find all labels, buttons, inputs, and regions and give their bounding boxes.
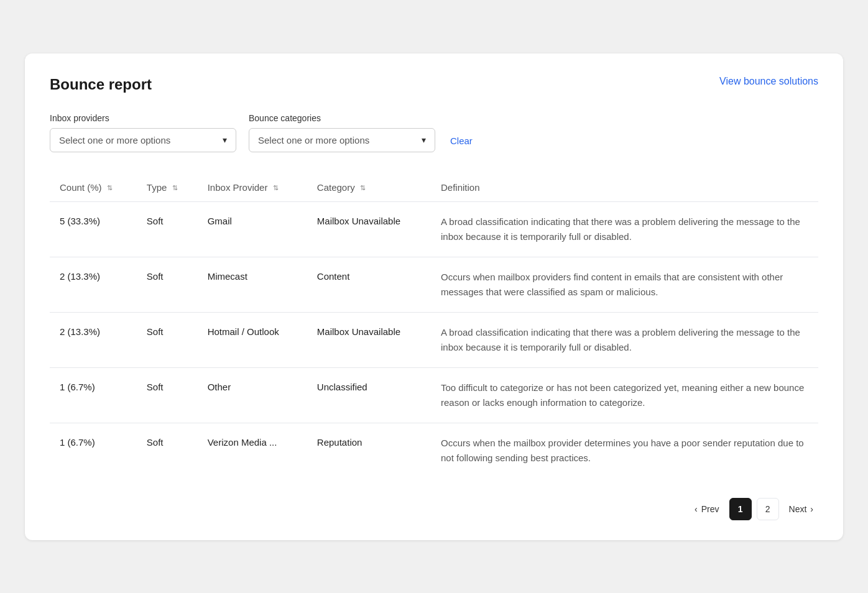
- cell-category-2: Mailbox Unavailable: [307, 312, 431, 367]
- cell-count-2: 2 (13.3%): [50, 312, 137, 367]
- arrow-left-icon: ‹: [695, 504, 698, 514]
- col-count-sort-icon: ⇅: [107, 184, 113, 192]
- cell-type-2: Soft: [137, 312, 198, 367]
- cell-category-3: Unclassified: [307, 367, 431, 423]
- table-row: 1 (6.7%) Soft Other Unclassified Too dif…: [50, 367, 818, 423]
- table-row: 2 (13.3%) Soft Hotmail / Outlook Mailbox…: [50, 312, 818, 367]
- col-type-sort-icon: ⇅: [172, 184, 178, 192]
- col-inbox-provider-label: Inbox Provider: [208, 182, 268, 193]
- prev-button[interactable]: ‹ Prev: [690, 502, 724, 517]
- cell-count-3: 1 (6.7%): [50, 367, 137, 423]
- cell-definition-3: Too difficult to categorize or has not b…: [431, 367, 818, 423]
- col-category[interactable]: Category ⇅: [307, 175, 431, 202]
- col-count[interactable]: Count (%) ⇅: [50, 175, 137, 202]
- table-row: 5 (33.3%) Soft Gmail Mailbox Unavailable…: [50, 201, 818, 257]
- col-category-sort-icon: ⇅: [360, 184, 366, 192]
- cell-definition-1: Occurs when mailbox providers find conte…: [431, 257, 818, 312]
- cell-category-1: Content: [307, 257, 431, 312]
- cell-inbox-provider-0: Gmail: [198, 201, 307, 257]
- bounce-categories-dropdown[interactable]: Select one or more options ▾: [249, 128, 435, 152]
- cell-type-0: Soft: [137, 201, 198, 257]
- inbox-providers-dropdown[interactable]: Select one or more options ▾: [50, 128, 236, 152]
- bounce-report-card: Bounce report View bounce solutions Inbo…: [25, 53, 843, 540]
- cell-inbox-provider-4: Verizon Media ...: [198, 423, 307, 478]
- next-label: Next: [789, 504, 807, 514]
- col-definition-label: Definition: [441, 182, 480, 193]
- col-category-label: Category: [317, 182, 355, 193]
- col-type[interactable]: Type ⇅: [137, 175, 198, 202]
- cell-category-4: Reputation: [307, 423, 431, 478]
- bounce-table: Count (%) ⇅ Type ⇅ Inbox Provider ⇅ Cate…: [50, 175, 818, 478]
- page-2-button[interactable]: 2: [757, 498, 779, 520]
- col-inbox-provider-sort-icon: ⇅: [273, 184, 279, 192]
- table-row: 1 (6.7%) Soft Verizon Media ... Reputati…: [50, 423, 818, 478]
- clear-filters-button[interactable]: Clear: [448, 129, 475, 152]
- inbox-providers-label: Inbox providers: [50, 113, 236, 123]
- table-body: 5 (33.3%) Soft Gmail Mailbox Unavailable…: [50, 201, 818, 478]
- col-count-label: Count (%): [60, 182, 102, 193]
- cell-definition-2: A broad classification indicating that t…: [431, 312, 818, 367]
- table-row: 2 (13.3%) Soft Mimecast Content Occurs w…: [50, 257, 818, 312]
- inbox-providers-chevron-icon: ▾: [223, 135, 227, 145]
- cell-definition-4: Occurs when the mailbox provider determi…: [431, 423, 818, 478]
- filters-row: Inbox providers Select one or more optio…: [50, 113, 818, 152]
- table-header: Count (%) ⇅ Type ⇅ Inbox Provider ⇅ Cate…: [50, 175, 818, 202]
- bounce-categories-filter: Bounce categories Select one or more opt…: [249, 113, 435, 152]
- pagination: ‹ Prev 1 2 Next ›: [50, 498, 818, 520]
- page-1-button[interactable]: 1: [729, 498, 752, 520]
- cell-inbox-provider-3: Other: [198, 367, 307, 423]
- cell-definition-0: A broad classification indicating that t…: [431, 201, 818, 257]
- bounce-categories-chevron-icon: ▾: [422, 135, 426, 145]
- cell-type-4: Soft: [137, 423, 198, 478]
- cell-inbox-provider-1: Mimecast: [198, 257, 307, 312]
- cell-inbox-provider-2: Hotmail / Outlook: [198, 312, 307, 367]
- col-inbox-provider[interactable]: Inbox Provider ⇅: [198, 175, 307, 202]
- col-type-label: Type: [147, 182, 167, 193]
- col-definition: Definition: [431, 175, 818, 202]
- cell-count-0: 5 (33.3%): [50, 201, 137, 257]
- page-title: Bounce report: [50, 76, 152, 93]
- cell-type-1: Soft: [137, 257, 198, 312]
- bounce-categories-placeholder: Select one or more options: [258, 135, 369, 145]
- arrow-right-icon: ›: [810, 504, 813, 514]
- cell-type-3: Soft: [137, 367, 198, 423]
- cell-count-1: 2 (13.3%): [50, 257, 137, 312]
- bounce-categories-label: Bounce categories: [249, 113, 435, 123]
- view-bounce-solutions-link[interactable]: View bounce solutions: [719, 76, 818, 87]
- cell-count-4: 1 (6.7%): [50, 423, 137, 478]
- prev-label: Prev: [701, 504, 719, 514]
- next-button[interactable]: Next ›: [784, 502, 818, 517]
- cell-category-0: Mailbox Unavailable: [307, 201, 431, 257]
- report-header: Bounce report View bounce solutions: [50, 76, 818, 93]
- inbox-providers-filter: Inbox providers Select one or more optio…: [50, 113, 236, 152]
- table-header-row: Count (%) ⇅ Type ⇅ Inbox Provider ⇅ Cate…: [50, 175, 818, 202]
- inbox-providers-placeholder: Select one or more options: [59, 135, 170, 145]
